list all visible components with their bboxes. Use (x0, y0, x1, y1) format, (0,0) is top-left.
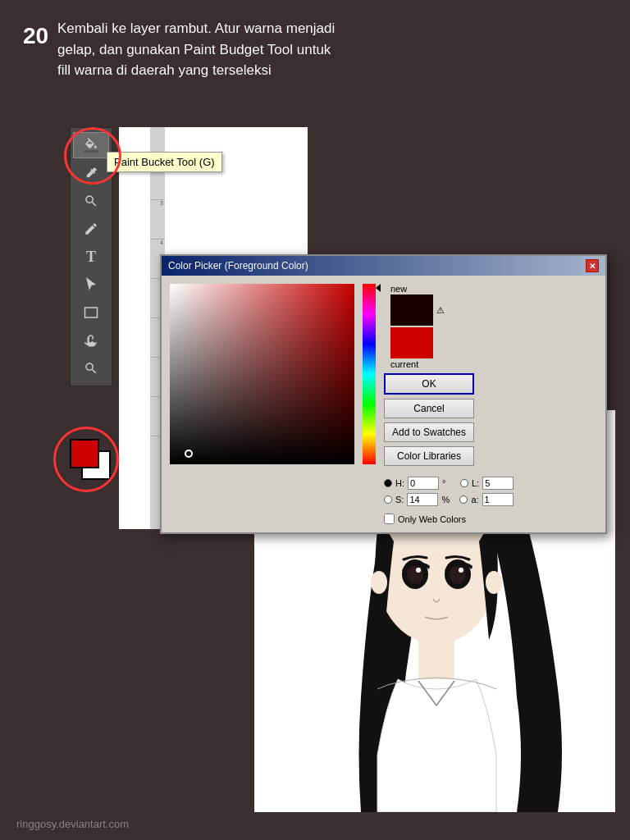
svg-point-9 (459, 568, 463, 573)
color-picker-titlebar: Color Picker (Foreground Color) ✕ (162, 256, 605, 276)
svg-point-11 (486, 571, 502, 594)
h-label: H: (395, 478, 404, 488)
h-input[interactable] (408, 477, 439, 490)
svg-rect-3 (418, 638, 454, 679)
only-web-row: Only Web Colors (384, 514, 597, 524)
color-picker-dialog: Color Picker (Foreground Color) ✕ new ⚠ (160, 254, 607, 534)
a-radio[interactable] (459, 495, 468, 504)
circle-highlight-swatches (53, 427, 119, 492)
ok-button[interactable]: OK (384, 373, 474, 395)
zoom-tool-2[interactable] (73, 355, 109, 381)
only-web-label: Only Web Colors (398, 514, 466, 524)
color-picker-buttons: OK Cancel Add to Swatches Color Librarie… (384, 373, 597, 466)
h-unit: ° (442, 478, 450, 488)
current-label: current (390, 359, 418, 369)
instruction-text: Kembali ke layer rambut. Atur warna menj… (57, 18, 335, 81)
hue-strip[interactable] (363, 284, 376, 464)
rectangle-tool[interactable] (73, 299, 109, 326)
add-to-swatches-button[interactable]: Add to Swatches (384, 422, 474, 442)
selection-tool[interactable] (73, 272, 109, 298)
a-label: a: (471, 495, 478, 504)
l-input[interactable] (482, 477, 514, 490)
s-unit: % (441, 495, 450, 504)
hue-radio[interactable] (384, 479, 392, 487)
zoom-tool[interactable] (73, 188, 109, 214)
hand-tool[interactable] (73, 327, 109, 354)
l-label: L: (472, 478, 479, 488)
new-color-preview (390, 294, 433, 326)
cancel-button[interactable]: Cancel (384, 399, 474, 418)
paint-bucket-tooltip: Paint Bucket Tool (G) (107, 152, 222, 172)
color-gradient-picker[interactable] (170, 284, 354, 464)
saturation-row: S: % a: (384, 493, 597, 506)
warning-icon[interactable]: ⚠ (436, 305, 445, 316)
s-radio[interactable] (384, 495, 392, 504)
text-tool[interactable]: T (73, 244, 109, 270)
step-number: 20 (23, 23, 48, 49)
current-color-preview (390, 327, 433, 358)
color-libraries-button[interactable]: Color Libraries (384, 446, 474, 466)
s-label: S: (395, 495, 404, 504)
gradient-cursor (185, 450, 193, 458)
s-input[interactable] (407, 493, 438, 506)
svg-point-10 (371, 571, 387, 594)
color-values: H: ° L: S: % a: (384, 477, 597, 506)
close-button[interactable]: ✕ (586, 259, 599, 272)
hue-row: H: ° L: (384, 477, 597, 490)
pen-tool[interactable] (73, 216, 109, 242)
hue-arrow (376, 284, 381, 292)
color-picker-title: Color Picker (Foreground Color) (168, 260, 308, 272)
svg-rect-0 (85, 308, 98, 317)
gradient-inner (170, 284, 354, 464)
only-web-checkbox[interactable] (384, 514, 395, 524)
l-radio[interactable] (460, 479, 468, 487)
svg-point-6 (416, 568, 421, 573)
circle-highlight-paint-bucket (64, 127, 121, 185)
watermark: ringgosy.deviantart.com (16, 818, 129, 830)
color-picker-body: new ⚠ current OK Cancel Add to Swatches … (162, 276, 605, 532)
a-input[interactable] (482, 493, 514, 506)
new-label: new (390, 284, 407, 294)
